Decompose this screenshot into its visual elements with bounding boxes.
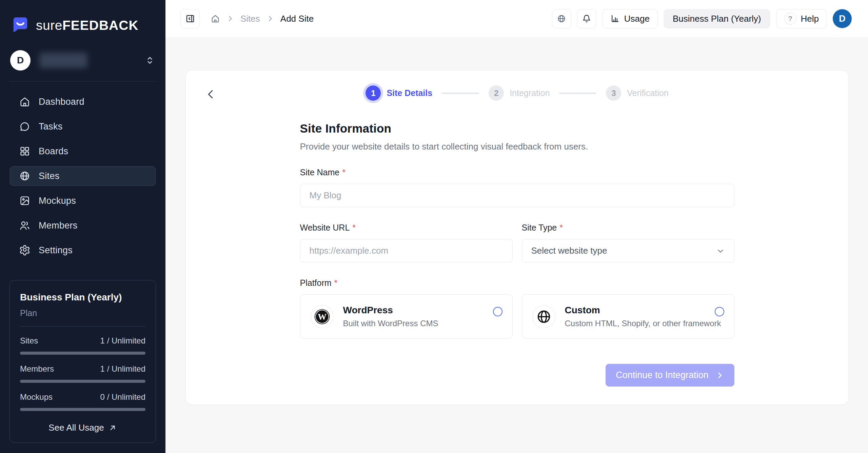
site-type-label: Site Type*	[522, 223, 734, 233]
sidebar-divider	[9, 81, 156, 82]
step-verification[interactable]: 3 Verification	[606, 85, 668, 101]
bar-chart-icon	[610, 14, 620, 23]
usage-metric-members: Members 1 / Unlimited	[20, 364, 145, 383]
chevron-right-icon	[715, 371, 724, 380]
topbar: Sites Add Site Usage	[165, 0, 868, 37]
platform-card-custom[interactable]: Custom Custom HTML, Shopify, or other fr…	[522, 294, 734, 339]
wordpress-icon: W	[311, 305, 334, 328]
metric-progress-bar	[20, 380, 145, 383]
sidebar-item-label: Mockups	[39, 196, 76, 206]
sidebar-item-label: Boards	[39, 146, 68, 157]
globe-icon	[19, 170, 31, 182]
site-information-form: Site Information Provide your website de…	[300, 122, 734, 387]
arrow-up-right-icon	[108, 424, 117, 432]
back-button[interactable]	[205, 88, 217, 100]
sidebar-item-label: Tasks	[39, 121, 63, 132]
metric-label: Mockups	[20, 392, 53, 402]
home-breadcrumb-icon[interactable]	[211, 14, 220, 23]
language-button[interactable]	[552, 9, 571, 28]
brand-wordmark: sureFEEDBACK	[36, 18, 139, 33]
see-all-usage-label: See All Usage	[48, 422, 104, 433]
custom-globe-icon	[532, 305, 555, 328]
platform-card-wordpress[interactable]: W WordPress Built with WordPress CMS	[300, 294, 513, 339]
help-button[interactable]: ? Help	[776, 9, 827, 28]
bell-icon	[582, 14, 591, 23]
sidebar-item-sites[interactable]: Sites	[10, 166, 156, 186]
sidebar-item-dashboard[interactable]: Dashboard	[10, 92, 156, 112]
breadcrumb-add-site: Add Site	[280, 14, 314, 24]
site-name-label: Site Name*	[300, 168, 734, 177]
step-connector	[442, 93, 479, 94]
workspace-avatar: D	[10, 50, 31, 71]
site-name-input[interactable]	[300, 184, 734, 207]
platform-options: W WordPress Built with WordPress CMS	[300, 294, 734, 339]
sidebar-item-settings[interactable]: Settings	[10, 240, 156, 260]
plan-subtitle: Plan	[20, 308, 145, 318]
required-asterisk: *	[559, 223, 563, 233]
platform-title: WordPress	[343, 305, 438, 316]
breadcrumb-sites[interactable]: Sites	[240, 14, 260, 24]
metric-value: 0 / Unlimited	[100, 392, 145, 402]
workspace-name-redacted	[39, 53, 87, 68]
breadcrumb: Sites Add Site	[211, 14, 314, 24]
chat-bubble-icon	[19, 121, 31, 132]
website-url-label: Website URL*	[300, 223, 513, 233]
workspace-switcher[interactable]: D	[10, 50, 155, 71]
step-integration[interactable]: 2 Integration	[489, 85, 550, 101]
required-asterisk: *	[342, 168, 346, 177]
chevron-right-icon	[266, 15, 274, 23]
sidebar-item-tasks[interactable]: Tasks	[10, 117, 156, 136]
platform-description: Built with WordPress CMS	[343, 319, 438, 328]
site-type-select[interactable]: Select website type	[522, 239, 734, 262]
question-mark-icon: ?	[784, 13, 796, 25]
wizard-stepper: 1 Site Details 2 Integration 3 Verificat…	[186, 71, 848, 101]
svg-text:W: W	[318, 312, 327, 322]
step-label: Site Details	[387, 88, 432, 98]
sidebar-item-label: Dashboard	[39, 97, 84, 107]
see-all-usage-link[interactable]: See All Usage	[20, 422, 145, 433]
platform-card-text: WordPress Built with WordPress CMS	[343, 305, 438, 328]
form-subtitle: Provide your website details to start co…	[300, 141, 734, 152]
custom-radio[interactable]	[715, 307, 724, 316]
help-button-label: Help	[801, 14, 819, 24]
continue-to-integration-button[interactable]: Continue to Integration	[606, 364, 734, 387]
platform-description: Custom HTML, Shopify, or other framework	[565, 319, 721, 328]
gear-icon	[19, 244, 31, 256]
home-icon	[19, 96, 31, 107]
sidebar: sureFEEDBACK D Dashboard Tasks Boards	[0, 0, 165, 453]
platform-card-text: Custom Custom HTML, Shopify, or other fr…	[565, 305, 721, 328]
sidebar-item-members[interactable]: Members	[10, 216, 156, 235]
notifications-button[interactable]	[577, 9, 596, 28]
metric-progress-bar	[20, 352, 145, 355]
panel-collapse-icon	[185, 14, 195, 24]
usage-button[interactable]: Usage	[602, 9, 658, 28]
usage-metric-sites: Sites 1 / Unlimited	[20, 336, 145, 355]
user-avatar[interactable]: D	[833, 9, 852, 28]
site-type-selected-value: Select website type	[531, 245, 607, 256]
sidebar-item-mockups[interactable]: Mockups	[10, 191, 156, 211]
metric-label: Members	[20, 364, 54, 374]
metric-value: 1 / Unlimited	[100, 336, 145, 346]
wordpress-radio[interactable]	[493, 307, 502, 316]
plan-button-label: Business Plan (Yearly)	[673, 14, 761, 24]
sidebar-item-boards[interactable]: Boards	[10, 141, 156, 161]
plan-button[interactable]: Business Plan (Yearly)	[664, 9, 770, 28]
step-label: Verification	[627, 88, 668, 98]
platform-label: Platform*	[300, 278, 734, 288]
continue-button-label: Continue to Integration	[616, 370, 708, 380]
step-site-details[interactable]: 1 Site Details	[366, 85, 432, 101]
sidebar-item-label: Settings	[39, 245, 73, 256]
metric-progress-bar	[20, 408, 145, 411]
brand-logo: sureFEEDBACK	[0, 0, 165, 35]
sidebar-nav: Dashboard Tasks Boards Sites Mockups	[0, 92, 165, 265]
form-title: Site Information	[300, 122, 734, 135]
website-url-input[interactable]	[300, 239, 513, 262]
metric-value: 1 / Unlimited	[100, 364, 145, 374]
usage-metric-mockups: Mockups 0 / Unlimited	[20, 392, 145, 411]
sidebar-collapse-button[interactable]	[180, 9, 200, 28]
unfold-chevrons-icon[interactable]	[144, 55, 155, 66]
plan-title: Business Plan (Yearly)	[20, 292, 145, 303]
chevron-down-icon	[716, 247, 725, 255]
content-area: 1 Site Details 2 Integration 3 Verificat…	[165, 37, 868, 453]
brand-chat-bubble-icon	[10, 16, 31, 35]
